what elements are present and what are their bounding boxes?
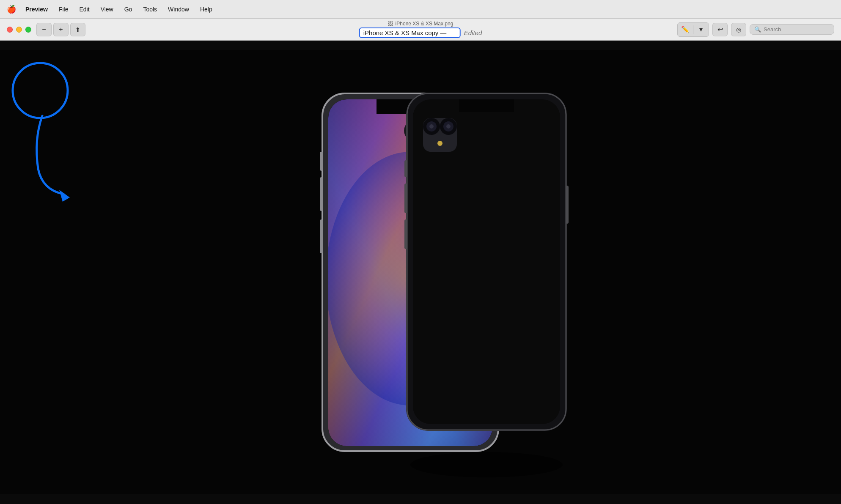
pen-icon: ✏️ [681, 25, 690, 33]
menubar-window[interactable]: Window [166, 5, 191, 14]
traffic-lights [7, 27, 31, 33]
share-button[interactable]: ⬆ [70, 23, 85, 36]
annotate-button[interactable]: ◎ [731, 23, 746, 36]
svg-rect-37 [404, 184, 407, 213]
svg-rect-38 [404, 219, 407, 249]
menubar-file[interactable]: File [57, 5, 70, 14]
rotate-icon: ↩ [717, 25, 723, 33]
zoom-out-button[interactable]: − [36, 23, 52, 36]
title-name-row: iPhone XS & XS Max copy — Edited [359, 27, 482, 38]
search-input[interactable] [764, 26, 830, 33]
search-icon: 🔍 [754, 26, 761, 33]
titlebar-center: 🖼 iPhone XS & XS Max.png iPhone XS & XS … [359, 21, 482, 38]
menubar-tools[interactable]: Tools [141, 5, 159, 14]
preview-window: − + ⬆ 🖼 iPhone XS & XS Max.png iPhone XS… [0, 19, 841, 504]
menubar-edit[interactable]: Edit [78, 5, 91, 14]
apple-menu[interactable]: 🍎 [7, 5, 16, 14]
minimize-button[interactable] [16, 27, 22, 33]
annotate-icon: ◎ [736, 26, 741, 33]
edited-label: Edited [464, 29, 482, 36]
menubar-view[interactable]: View [99, 5, 115, 14]
chevron-down-icon: ▾ [699, 25, 703, 33]
svg-rect-15 [320, 177, 323, 211]
title-input-box[interactable]: iPhone XS & XS Max copy — [359, 27, 461, 38]
file-tab-row: 🖼 iPhone XS & XS Max.png [388, 21, 453, 27]
file-icon: 🖼 [388, 21, 393, 27]
search-box[interactable]: 🔍 [750, 24, 834, 35]
file-tab-name: iPhone XS & XS Max.png [396, 21, 453, 27]
markup-pen-button[interactable]: ✏️ [678, 23, 693, 36]
markup-dropdown-button[interactable]: ▾ [693, 23, 709, 36]
svg-point-18 [410, 452, 563, 477]
menubar-help[interactable]: Help [198, 5, 214, 14]
share-icon: ⬆ [75, 26, 80, 33]
svg-rect-39 [566, 186, 569, 224]
title-dash: — [440, 29, 446, 36]
svg-rect-16 [320, 219, 323, 253]
svg-point-35 [437, 141, 442, 146]
iphone-image [0, 41, 841, 504]
maximize-button[interactable] [25, 27, 31, 33]
svg-rect-36 [404, 160, 407, 177]
svg-rect-27 [459, 99, 514, 109]
toolbar-left: − + ⬆ [36, 23, 85, 36]
rotate-button[interactable]: ↩ [712, 23, 728, 36]
image-content-area [0, 41, 841, 504]
title-text: iPhone XS & XS Max copy [363, 29, 439, 36]
markup-btn-group: ✏️ ▾ [677, 22, 709, 37]
zoom-in-icon: + [59, 26, 63, 33]
titlebar: − + ⬆ 🖼 iPhone XS & XS Max.png iPhone XS… [0, 19, 841, 41]
menubar-go[interactable]: Go [123, 5, 134, 14]
toolbar-right: ✏️ ▾ ↩ ◎ 🔍 [677, 22, 834, 37]
zoom-in-button[interactable]: + [53, 23, 69, 36]
zoom-out-icon: − [42, 26, 46, 33]
svg-point-31 [429, 124, 434, 129]
svg-point-34 [446, 124, 451, 129]
svg-rect-14 [320, 152, 323, 171]
menubar-app-name[interactable]: Preview [24, 5, 49, 14]
close-button[interactable] [7, 27, 13, 33]
menubar: 🍎 Preview File Edit View Go Tools Window… [0, 0, 841, 19]
